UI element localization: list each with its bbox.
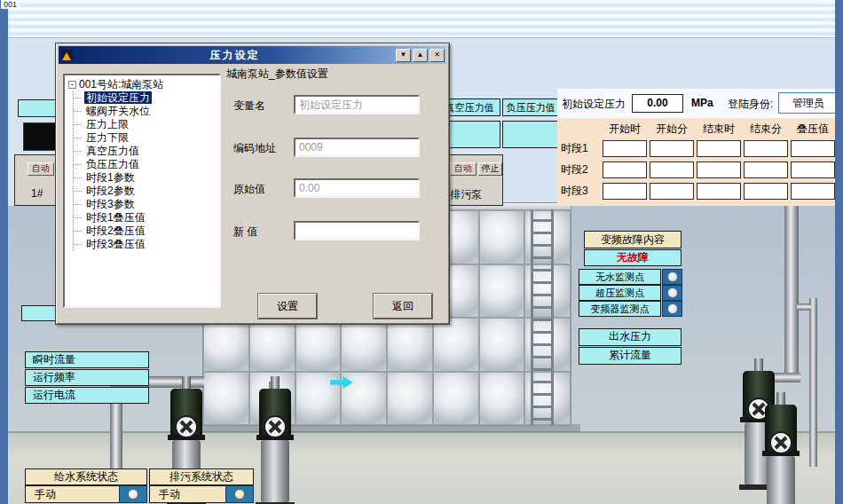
- schedule-cell: [697, 161, 741, 178]
- pump2-stop-button[interactable]: 停止: [478, 162, 502, 176]
- pump-fan-icon: [264, 415, 287, 438]
- schedule-cell: [697, 183, 741, 200]
- field-address: 0009: [294, 138, 420, 157]
- schedule-col-header: 结束分: [744, 122, 788, 137]
- monitor-lamp: [662, 285, 682, 301]
- tank-panel-cell: [203, 372, 249, 426]
- schedule-cell: [791, 140, 835, 157]
- tree-item[interactable]: 压力下限: [74, 131, 217, 145]
- login-identity: 管理员: [778, 92, 839, 114]
- total-flow-label: 累计流量: [579, 347, 681, 365]
- schedule-cell: [744, 161, 788, 178]
- tree-children: 初始设定压力 螺阀开关水位 压力上限 压力下限 真空压力值 负压压力值 时段1参…: [73, 91, 217, 251]
- water-system-header: 给水系统状态: [25, 469, 147, 485]
- app-logo-icon: [61, 50, 73, 61]
- schedule-header-row: 开始时 开始分 结束时 结束分 叠压值: [561, 122, 840, 137]
- pump2-auto-button[interactable]: 自动: [450, 162, 477, 176]
- tank-panel-cell: [203, 318, 249, 372]
- vfd-fault-status: 无故障: [584, 249, 681, 266]
- schedule-cell: [650, 161, 694, 178]
- negative-pressure-label: 负压压力值: [502, 98, 559, 116]
- close-button[interactable]: ✕: [429, 49, 445, 62]
- pump1-name: 1#: [31, 187, 43, 200]
- tank-panel-cell: [249, 318, 295, 372]
- parameter-tree: - 001号站:城南泵站 初始设定压力 螺阀开关水位 压力上限 压力下限 真空压…: [63, 74, 221, 308]
- tank-panel-cell: [295, 318, 342, 372]
- tank-panel-cell: [341, 318, 387, 372]
- pipe: [797, 303, 811, 311]
- set-button[interactable]: 设置: [258, 294, 317, 319]
- tree-item[interactable]: 时段2参数: [74, 185, 217, 198]
- tree-item[interactable]: 真空压力值: [74, 145, 217, 158]
- tree-item[interactable]: 时段3叠压值: [74, 238, 217, 251]
- lamp-icon: [667, 272, 678, 282]
- monitor-overpressure: 超压监测点: [579, 285, 661, 301]
- tank-panel-cell: [433, 318, 479, 372]
- tree-item[interactable]: 螺阀开关水位: [74, 105, 217, 118]
- new-value-input[interactable]: [294, 221, 420, 240]
- schedule-panel: 开始时 开始分 结束时 结束分 叠压值 时段1 时段2 时段3: [557, 118, 840, 206]
- tank-panel-cell: [387, 318, 433, 372]
- pump-fan-icon: [769, 431, 792, 454]
- tank-ladder: [531, 209, 554, 426]
- tank-panel-cell: [433, 372, 479, 426]
- tree-item[interactable]: 时段1叠压值: [74, 211, 217, 224]
- water-system-lamp: [119, 485, 147, 503]
- lamp-icon: [667, 303, 678, 314]
- login-label: 登陆身份:: [728, 97, 773, 112]
- sewage-system-header: 排污系统状态: [149, 469, 254, 485]
- outlet-pressure-label: 出水压力: [579, 328, 681, 346]
- tank-panel-cell: [479, 318, 525, 372]
- left-border: [0, 0, 8, 504]
- row-header-001: 001: [1, 0, 20, 9]
- monitor-lamp: [662, 269, 682, 285]
- sewage-system-lamp: [225, 485, 254, 503]
- tank-panel-cell: [295, 372, 342, 426]
- tree-root[interactable]: - 001号站:城南泵站: [67, 78, 217, 91]
- init-pressure-value: 0.00: [632, 94, 683, 113]
- field-label-address: 编码地址: [233, 141, 276, 156]
- maximize-button[interactable]: ▲: [413, 49, 428, 62]
- init-pressure-label: 初始设定压力: [562, 97, 626, 112]
- tree-item[interactable]: 初始设定压力: [74, 91, 217, 105]
- init-pressure-unit: MPa: [691, 97, 713, 109]
- tank-panel-cell: [387, 372, 433, 426]
- schedule-cell: [603, 140, 647, 157]
- tree-item[interactable]: 时段2叠压值: [74, 224, 217, 238]
- tree-item[interactable]: 压力上限: [74, 118, 217, 131]
- monitor-vfd: 变频器监测点: [579, 301, 661, 317]
- minimize-button[interactable]: ▼: [396, 49, 411, 62]
- field-label-newvalue: 新 值: [233, 224, 257, 240]
- schedule-cell: [791, 161, 835, 178]
- schedule-col-header: 开始时: [603, 122, 647, 137]
- lamp-icon: [234, 489, 245, 500]
- dialog-titlebar[interactable]: 压力设定 ▼ ▲ ✕: [59, 46, 446, 64]
- pump1-auto-button[interactable]: 自动: [28, 162, 54, 176]
- run-current-label: 运行电流: [25, 387, 149, 404]
- return-button[interactable]: 返回: [374, 294, 432, 319]
- run-frequency-label: 运行频率: [25, 369, 149, 386]
- scada-screen: 001 001号站 城南泵站 自动 停止 1#: [0, 0, 843, 504]
- field-label-varname: 变量名: [233, 98, 265, 114]
- pipe: [784, 202, 799, 378]
- negative-pressure-display: [502, 121, 559, 148]
- schedule-row-label: 时段3: [561, 183, 600, 200]
- field-original-value: 0.00: [294, 178, 420, 198]
- hidden-label-fragment: [21, 305, 57, 321]
- lamp-icon: [128, 489, 138, 500]
- tree-item[interactable]: 时段3参数: [74, 198, 217, 211]
- schedule-cell: [650, 183, 694, 200]
- instant-flow-label: 瞬时流量: [25, 351, 149, 368]
- schedule-row: 时段1: [561, 140, 840, 157]
- lamp-icon: [667, 287, 678, 298]
- field-varname: 初始设定压力: [294, 95, 420, 114]
- pressure-setting-dialog: 压力设定 ▼ ▲ ✕ - 001号站:城南泵站 初始设定压力 螺阀开关水位 压力…: [55, 43, 450, 325]
- monitor-lamp: [662, 301, 682, 317]
- tree-collapse-icon[interactable]: -: [68, 81, 76, 89]
- pipe: [809, 298, 817, 467]
- schedule-cell: [744, 140, 788, 157]
- tank-panel-cell: [479, 264, 525, 319]
- tree-item[interactable]: 时段1参数: [74, 171, 217, 185]
- tree-item[interactable]: 负压压力值: [74, 158, 217, 171]
- sewage-pump-2: [761, 392, 800, 504]
